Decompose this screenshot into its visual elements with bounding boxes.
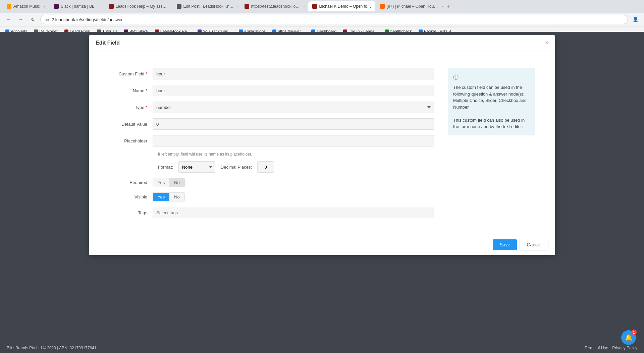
visible-toggle-group: Yes No: [153, 192, 185, 201]
tab-michael-k-demo[interactable]: Michael K Demo – Open fo… ×: [308, 1, 375, 11]
visible-no-option[interactable]: No: [169, 193, 184, 201]
tab-close[interactable]: ×: [375, 4, 375, 8]
tab-label: (9+) | Michael – Open Hou…: [387, 4, 438, 9]
required-toggle-group: Yes No: [153, 178, 185, 187]
name-input[interactable]: [153, 85, 434, 96]
name-label: Name *: [109, 88, 153, 93]
forward-button[interactable]: →: [16, 15, 25, 24]
tab-edit-post[interactable]: Edit Post ‹ LeadsHook Kn… ×: [173, 1, 240, 11]
decimal-places-input[interactable]: [257, 161, 274, 173]
required-toggle[interactable]: Yes No: [153, 178, 185, 187]
info-text-1: The custom field can be used in the foll…: [453, 84, 530, 110]
save-button[interactable]: Save: [493, 239, 517, 250]
placeholder-hint: If left empty, field will use its name a…: [158, 152, 434, 157]
tab-close[interactable]: ×: [237, 4, 239, 8]
format-label: Format:: [158, 165, 173, 170]
type-required: *: [146, 105, 147, 110]
info-box: ⓘ The custom field can be used in the fo…: [448, 68, 535, 135]
back-button[interactable]: ←: [4, 15, 13, 24]
visible-toggle[interactable]: Yes No: [153, 192, 185, 201]
form-group-required: Required Yes No: [109, 178, 434, 187]
tab-close[interactable]: ×: [43, 4, 45, 8]
name-required: *: [146, 88, 147, 93]
form-layout: Custom Field * Name *: [109, 68, 535, 224]
tab-slack[interactable]: Slack | hamza | BB ×: [50, 1, 104, 11]
notification-badge: 1: [631, 330, 637, 335]
tab-close[interactable]: ×: [170, 4, 172, 8]
form-group-visible: Visible Yes No: [109, 192, 434, 201]
tab-label: Slack | hamza | BB: [61, 4, 95, 9]
url-text: test2.leadshook.io/settings/fields/answe…: [45, 17, 123, 22]
browser-chrome: Amazon Music × Slack | hamza | BB × Lead…: [0, 0, 644, 32]
visible-yes-option[interactable]: Yes: [153, 193, 169, 201]
footer-links: Terms of Use Privacy Policy: [585, 346, 637, 350]
form-group-name: Name *: [109, 85, 434, 96]
tags-label: Tags: [109, 210, 153, 215]
modal-title: Edit Field: [96, 40, 120, 46]
form-group-tags: Tags: [109, 207, 434, 218]
decimal-places-label: Decimal Places:: [221, 165, 252, 170]
address-bar-row: ← → ↻ test2.leadshook.io/settings/fields…: [0, 13, 644, 26]
custom-field-label: Custom Field *: [109, 71, 153, 76]
edit-field-modal: Edit Field × Custom Field *: [89, 35, 555, 255]
default-value-input[interactable]: [153, 118, 434, 130]
form-group-placeholder: Placeholder: [109, 135, 434, 146]
modal-header: Edit Field ×: [89, 35, 555, 51]
required-yes-option[interactable]: Yes: [153, 178, 169, 187]
placeholder-label: Placeholder: [109, 138, 153, 143]
custom-field-input[interactable]: [153, 68, 434, 79]
tab-label: https://test2.leadshook.io…: [251, 4, 300, 9]
tab-close[interactable]: ×: [441, 4, 443, 8]
form-main: Custom Field * Name *: [109, 68, 434, 224]
tab-leadshook-url[interactable]: https://test2.leadshook.io… ×: [240, 1, 308, 11]
tab-michael-open-house[interactable]: (9+) | Michael – Open Hou… ×: [376, 1, 443, 11]
tab-label: Edit Post ‹ LeadsHook Kn…: [183, 4, 233, 9]
new-tab-button[interactable]: +: [444, 2, 453, 11]
modal-overlay: Edit Field × Custom Field *: [0, 32, 644, 353]
visible-label: Visible: [109, 194, 153, 199]
format-row: Format: None Currency Percentage Decimal…: [158, 161, 434, 173]
notification-bell[interactable]: 🔔 1: [621, 330, 636, 345]
tags-input[interactable]: [153, 207, 434, 218]
type-select[interactable]: number text date boolean: [153, 102, 434, 113]
tab-close[interactable]: ×: [98, 4, 100, 8]
required-no-option[interactable]: No: [169, 178, 184, 187]
default-value-label: Default Value: [109, 122, 153, 127]
format-select[interactable]: None Currency Percentage: [178, 161, 215, 173]
form-sidebar: ⓘ The custom field can be used in the fo…: [448, 68, 535, 224]
type-label: Type *: [109, 105, 153, 110]
terms-link[interactable]: Terms of Use: [585, 346, 608, 350]
address-input[interactable]: test2.leadshook.io/settings/fields/answe…: [40, 15, 628, 24]
modal-divider-top: [89, 51, 555, 51]
bell-icon: 🔔: [625, 334, 632, 341]
info-text-2: This custom field can also be used in th…: [453, 117, 530, 130]
refresh-button[interactable]: ↻: [28, 15, 38, 24]
tab-close[interactable]: ×: [303, 4, 305, 8]
tab-bar: Amazon Music × Slack | hamza | BB × Lead…: [0, 0, 644, 13]
modal-close-button[interactable]: ×: [545, 40, 548, 46]
page-footer: Blitz Brands Pty Ltd © 2020 | ABN: 32179…: [0, 343, 644, 353]
tab-label: Michael K Demo – Open fo…: [319, 4, 371, 9]
cancel-button[interactable]: Cancel: [520, 239, 548, 250]
tab-leadshook-help[interactable]: LeadsHook Help – My ass… ×: [105, 1, 172, 11]
modal-footer: Save Cancel: [89, 234, 555, 255]
tab-label: Amazon Music: [13, 4, 40, 9]
placeholder-input[interactable]: [153, 135, 434, 146]
tab-amazon-music[interactable]: Amazon Music ×: [3, 1, 49, 11]
required-label: Required: [109, 180, 153, 185]
form-group-type: Type * number text date boolean: [109, 102, 434, 113]
privacy-link[interactable]: Privacy Policy: [612, 346, 637, 350]
form-group-default-value: Default Value: [109, 118, 434, 130]
info-icon: ⓘ: [453, 73, 530, 81]
modal-body: Custom Field * Name *: [89, 58, 555, 234]
form-group-custom-field: Custom Field *: [109, 68, 434, 79]
tab-label: LeadsHook Help – My ass…: [116, 4, 167, 9]
custom-field-required: *: [146, 71, 147, 76]
footer-copyright: Blitz Brands Pty Ltd © 2020 | ABN: 32179…: [7, 346, 96, 350]
profile-button[interactable]: 👤: [631, 15, 640, 24]
